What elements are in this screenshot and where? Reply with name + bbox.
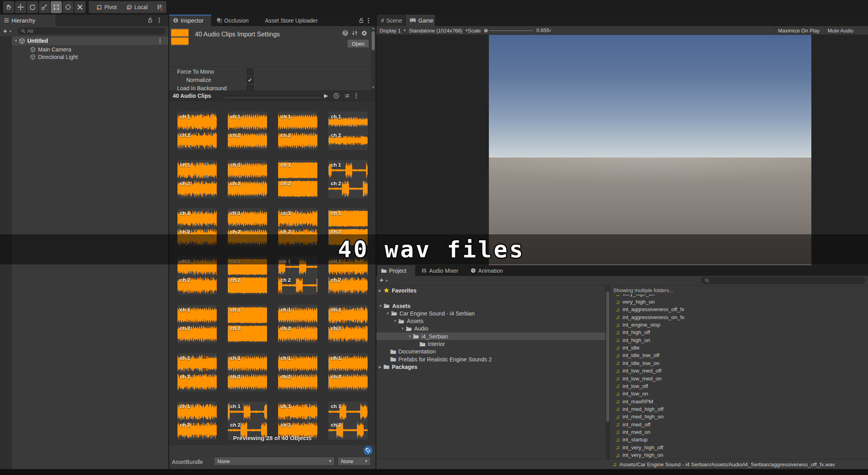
tree-item-audio[interactable]: ▼Audio (376, 325, 605, 332)
autoplay-icon[interactable] (333, 93, 340, 99)
audio-clip-tile[interactable]: ch 1ch 2 (228, 353, 267, 391)
audio-clip-tile[interactable]: ch 1ch 2 (228, 160, 267, 198)
audio-clip-tile[interactable]: ch 1ch 2 (228, 305, 267, 343)
hierarchy-lock-icon[interactable] (147, 17, 153, 23)
scroll-up-icon[interactable]: ▲ (372, 27, 375, 30)
scroll-thumb[interactable] (606, 291, 609, 422)
pivot-toggle-button[interactable]: Pivot (89, 1, 124, 13)
audio-clip-tile[interactable]: ch 1ch 2 (278, 160, 317, 198)
help-icon[interactable]: ? (342, 30, 348, 36)
file-item-int-engine-stop[interactable]: ♫int_engine_stop (616, 321, 660, 329)
file-item-int-high-off[interactable]: ♫int_high_off (616, 329, 650, 336)
assetbundle-dropdown[interactable]: None ▼ (214, 457, 335, 466)
tab-project[interactable]: Project (377, 265, 415, 276)
tree-item-prefabs-for-realistic-engine-sounds-2[interactable]: Prefabs for Realistic Engine Sounds 2 (376, 355, 605, 363)
create-button[interactable]: + (3, 27, 7, 35)
file-item-int-med-high-on[interactable]: ♫int_med_high_on (616, 413, 664, 420)
file-item-int-maxrpm[interactable]: ♫int_maxRPM (616, 398, 653, 405)
audio-clip-tile[interactable]: ch 1ch 2 (328, 353, 368, 391)
scene-menu-icon[interactable] (159, 38, 161, 44)
audio-clip-tile[interactable]: ch 1ch 2 (328, 305, 368, 343)
tab-game[interactable]: Game (406, 15, 435, 26)
audio-clip-tile[interactable]: ch 1ch 2 (228, 112, 267, 150)
hierarchy-menu-icon[interactable] (158, 17, 160, 23)
hand-tool-button[interactable] (3, 1, 14, 13)
tree-item-interior[interactable]: Interior (376, 340, 605, 348)
file-item-int-low-med-off[interactable]: ♫int_low_med_off (616, 367, 662, 374)
tree-item-documentation[interactable]: Documentation (376, 348, 605, 355)
file-item-int-idle[interactable]: ♫int_idle (616, 344, 639, 352)
file-item-int-idle-low-on[interactable]: ♫int_idle_low_on (616, 359, 660, 367)
move-tool-button[interactable] (15, 1, 26, 13)
foldout-open-icon[interactable]: ▼ (401, 327, 406, 331)
create-caret-icon[interactable]: ▾ (10, 29, 11, 33)
gear-icon[interactable] (361, 30, 367, 36)
file-item-int-idle-low-off[interactable]: ♫int_idle_low_off (616, 352, 659, 359)
audio-clip-tile[interactable]: ch 1ch 2 (278, 112, 317, 150)
audio-clip-tile[interactable]: ch 1ch 2 (328, 160, 368, 198)
file-item-int-low-on[interactable]: ♫int_low_on (616, 390, 648, 397)
tree-item-assets[interactable]: ▼Assets (376, 302, 605, 310)
tree-item-assets[interactable]: ▼Assets (376, 317, 605, 325)
scale-slider-track[interactable] (489, 30, 533, 31)
maximize-on-play-button[interactable]: Maximize On Play (778, 26, 820, 35)
file-item-int-med-on[interactable]: ♫int_med_on (616, 428, 651, 436)
preview-titlebar[interactable]: 40 Audio Clips ▶ (169, 91, 376, 101)
foldout-open-icon[interactable]: ▼ (408, 334, 413, 338)
preview-menu-icon[interactable] (355, 93, 357, 99)
file-item-very-high-on[interactable]: ♫very_high_on (616, 298, 655, 306)
tab-inspector[interactable]: Inspector (169, 15, 211, 26)
audio-clip-tile[interactable]: ch 1ch 2 (177, 353, 217, 391)
file-item-int-aggressiveness-off-fx[interactable]: ♫int_aggressiveness_off_fx (616, 306, 684, 313)
grid-snapping-button[interactable] (153, 1, 166, 13)
display-dropdown[interactable]: Display 1 ▼ (380, 26, 406, 35)
presets-icon[interactable] (352, 30, 358, 36)
file-item-int-low-med-on[interactable]: ♫int_low_med_on (616, 375, 662, 382)
scroll-thumb[interactable] (372, 31, 375, 50)
play-icon[interactable]: ▶ (324, 93, 328, 99)
tree-item-car-engine-sound-i4-serbian[interactable]: ▼Car Engine Sound - i4 Serbian (376, 310, 605, 317)
inspector-lock-icon[interactable] (359, 18, 364, 23)
preview-drag-handle[interactable] (224, 95, 321, 98)
file-item-int-very-high-off[interactable]: ♫int_very_high_off (616, 444, 663, 451)
hierarchy-item-main-camera[interactable]: Main Camera (30, 46, 71, 53)
file-item-int-aggressiveness-on-fx[interactable]: ♫int_aggressiveness_on_fx (616, 314, 685, 321)
foldout-open-icon[interactable]: ▼ (386, 312, 391, 315)
hierarchy-search-input[interactable]: All (17, 28, 165, 34)
custom-tools-button[interactable] (74, 1, 86, 13)
project-search-input[interactable] (701, 277, 865, 284)
foldout-open-icon[interactable]: ▼ (14, 39, 19, 43)
resolution-dropdown[interactable]: Standalone (1024x768) ▼ (409, 26, 468, 35)
tree-item-packages[interactable]: ▶Packages (376, 363, 605, 370)
tab-audio-mixer[interactable]: Audio Mixer (418, 265, 465, 276)
inspector-menu-icon[interactable] (368, 18, 369, 23)
local-toggle-button[interactable]: Local (120, 1, 155, 13)
tab-occlusion[interactable]: Occlusion (213, 15, 259, 26)
audio-clip-tile[interactable]: ch 1ch 2 (177, 112, 217, 150)
file-item-int-startup[interactable]: ♫int_startup (616, 436, 648, 443)
tree-item-favorites[interactable]: ▶Favorites (376, 287, 605, 294)
file-item-very-high-on[interactable]: ♫very_high_on (616, 294, 655, 298)
tab-asset-store-uploader[interactable]: Asset Store Uploader (261, 15, 328, 26)
foldout-closed-icon[interactable]: ▶ (379, 289, 383, 293)
audio-clip-tile[interactable]: ch 1ch 2 (177, 305, 217, 343)
inspector-scrollbar[interactable]: ▲ ▼ (371, 26, 376, 91)
audio-clip-tile[interactable]: ch 1ch 2 (328, 112, 368, 150)
create-asset-button[interactable]: + (380, 276, 383, 284)
open-button[interactable]: Open (347, 39, 369, 48)
force-to-mono-checkbox[interactable] (247, 68, 254, 75)
file-item-int-med-off[interactable]: ♫int_med_off (616, 421, 651, 428)
file-item-int-low-off[interactable]: ♫int_low_off (616, 382, 648, 390)
file-item-int-med-high-off[interactable]: ♫int_med_high_off (616, 405, 664, 413)
audio-clip-tile[interactable]: ch 1ch 2 (278, 353, 317, 391)
assetbundle-tag-icon[interactable] (364, 446, 372, 455)
audio-clip-tile[interactable]: ch 1ch 2 (177, 160, 217, 198)
scroll-down-icon[interactable]: ▼ (372, 86, 375, 89)
normalize-checkbox[interactable] (247, 77, 254, 84)
loop-icon[interactable] (344, 93, 351, 99)
project-splitter-scrollbar[interactable] (605, 286, 610, 459)
create-asset-caret-icon[interactable]: ▾ (386, 279, 388, 283)
hierarchy-item-directional-light[interactable]: Directional Light (30, 53, 78, 61)
tree-item-i4-serbian[interactable]: ▼i4_Serbian (376, 332, 605, 340)
foldout-open-icon[interactable]: ▼ (379, 304, 383, 308)
